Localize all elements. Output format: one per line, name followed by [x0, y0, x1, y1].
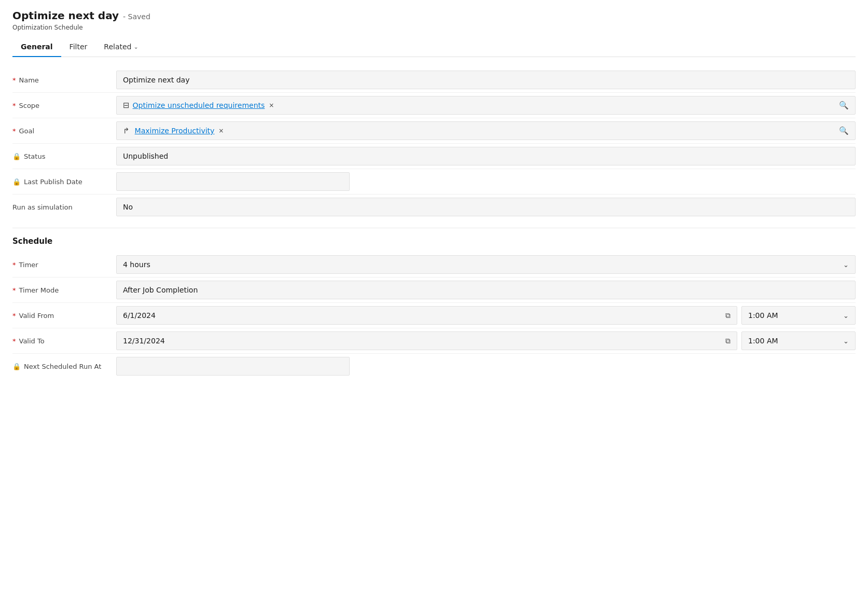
field-next-scheduled-run: 🔒 Next Scheduled Run At	[12, 354, 856, 379]
valid-to-time-input[interactable]: 1:00 AM ⌄	[741, 331, 856, 350]
related-chevron-icon: ⌄	[133, 44, 138, 50]
schedule-section-title: Schedule	[12, 237, 856, 246]
label-valid-to: * Valid To	[12, 333, 116, 349]
value-scope[interactable]: ⊟ Optimize unscheduled requirements × 🔍	[116, 96, 856, 115]
tabs-container: General Filter Related ⌄	[12, 37, 856, 57]
label-scope: * Scope	[12, 98, 116, 114]
valid-from-calendar-icon[interactable]: ⧉	[725, 311, 731, 320]
field-timer: * Timer 4 hours ⌄	[12, 252, 856, 278]
scope-remove-button[interactable]: ×	[269, 102, 274, 109]
value-timer-mode: After Job Completion	[116, 281, 856, 299]
required-star-goal: *	[12, 127, 16, 135]
value-status: Unpublished	[116, 147, 856, 165]
goal-search-icon[interactable]: 🔍	[839, 126, 849, 135]
valid-from-time-arrow: ⌄	[843, 312, 849, 320]
field-timer-mode: * Timer Mode After Job Completion	[12, 278, 856, 303]
scope-tag-icon: ⊟	[123, 101, 130, 110]
page-subtitle: Optimization Schedule	[12, 24, 856, 31]
required-star-timer: *	[12, 261, 16, 269]
valid-from-time-input[interactable]: 1:00 AM ⌄	[741, 306, 856, 325]
timer-dropdown-arrow: ⌄	[843, 261, 849, 269]
lock-icon-next-run: 🔒	[12, 363, 21, 370]
value-name[interactable]: Optimize next day	[116, 71, 856, 89]
valid-to-date-input[interactable]: 12/31/2024 ⧉	[116, 331, 737, 350]
goal-tag-icon: ↱	[123, 126, 130, 135]
valid-from-container: 6/1/2024 ⧉ 1:00 AM ⌄	[116, 306, 856, 325]
goal-remove-button[interactable]: ×	[218, 127, 224, 134]
tab-related[interactable]: Related ⌄	[95, 37, 146, 57]
scope-search-icon[interactable]: 🔍	[839, 101, 849, 110]
schedule-section: Schedule * Timer 4 hours ⌄ * Timer Mode …	[12, 237, 856, 379]
goal-link[interactable]: Maximize Productivity	[135, 127, 215, 135]
field-scope: * Scope ⊟ Optimize unscheduled requireme…	[12, 93, 856, 118]
value-goal[interactable]: ↱ Maximize Productivity × 🔍	[116, 121, 856, 140]
required-star-valid-from: *	[12, 312, 16, 320]
value-next-scheduled-run	[116, 357, 350, 376]
valid-to-time-arrow: ⌄	[843, 337, 849, 345]
label-next-scheduled-run: 🔒 Next Scheduled Run At	[12, 358, 116, 375]
scope-link[interactable]: Optimize unscheduled requirements	[133, 101, 265, 109]
page-title: Optimize next day	[12, 9, 119, 22]
value-last-publish-date	[116, 172, 350, 191]
required-star-valid-to: *	[12, 337, 16, 345]
page-header: Optimize next day - Saved Optimization S…	[0, 0, 868, 57]
field-run-as-simulation: Run as simulation No	[12, 195, 856, 219]
required-star-name: *	[12, 76, 16, 84]
valid-from-date-input[interactable]: 6/1/2024 ⧉	[116, 306, 737, 325]
goal-tag: ↱ Maximize Productivity ×	[123, 126, 224, 135]
field-goal: * Goal ↱ Maximize Productivity × 🔍	[12, 118, 856, 144]
label-status: 🔒 Status	[12, 148, 116, 164]
page-saved-label: - Saved	[123, 12, 150, 21]
lock-icon-status: 🔒	[12, 152, 21, 160]
label-timer-mode: * Timer Mode	[12, 282, 116, 298]
section-separator	[12, 228, 856, 228]
required-star-timer-mode: *	[12, 286, 16, 294]
label-valid-from: * Valid From	[12, 308, 116, 324]
valid-to-container: 12/31/2024 ⧉ 1:00 AM ⌄	[116, 331, 856, 350]
tab-general[interactable]: General	[12, 37, 61, 57]
label-timer: * Timer	[12, 257, 116, 273]
valid-to-calendar-icon[interactable]: ⧉	[725, 337, 731, 345]
content-area: * Name Optimize next day * Scope ⊟ Optim…	[0, 57, 868, 397]
field-last-publish-date: 🔒 Last Publish Date	[12, 169, 856, 195]
field-valid-from: * Valid From 6/1/2024 ⧉ 1:00 AM ⌄	[12, 303, 856, 328]
field-valid-to: * Valid To 12/31/2024 ⧉ 1:00 AM ⌄	[12, 328, 856, 354]
value-timer[interactable]: 4 hours ⌄	[116, 255, 856, 274]
lock-icon-publish-date: 🔒	[12, 178, 21, 186]
general-section: * Name Optimize next day * Scope ⊟ Optim…	[12, 67, 856, 219]
label-name: * Name	[12, 72, 116, 88]
tab-filter[interactable]: Filter	[61, 37, 96, 57]
field-name: * Name Optimize next day	[12, 67, 856, 93]
label-goal: * Goal	[12, 123, 116, 139]
label-last-publish-date: 🔒 Last Publish Date	[12, 174, 116, 190]
required-star-scope: *	[12, 102, 16, 109]
label-run-as-simulation: Run as simulation	[12, 199, 116, 215]
value-run-as-simulation[interactable]: No	[116, 198, 856, 216]
field-status: 🔒 Status Unpublished	[12, 144, 856, 169]
scope-tag: ⊟ Optimize unscheduled requirements ×	[123, 101, 274, 110]
